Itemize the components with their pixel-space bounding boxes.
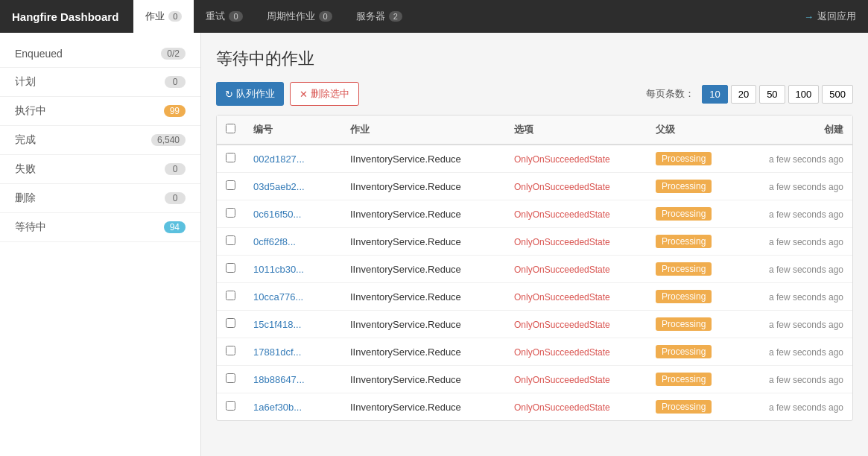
nav-label: 作业: [145, 10, 165, 23]
nav-item-重试[interactable]: 重试 0: [194, 0, 254, 33]
col-header-job: 作业: [341, 115, 505, 145]
nav-badge: 2: [389, 11, 402, 22]
sidebar-badge: 0: [165, 163, 186, 175]
processing-badge: Processing: [656, 152, 712, 165]
sidebar-badge: 99: [164, 105, 186, 117]
return-icon: →: [804, 11, 814, 22]
nav-label: 周期性作业: [267, 10, 315, 23]
sidebar-item-5[interactable]: 删除 0: [0, 184, 200, 213]
col-header-created: 创建: [729, 115, 852, 145]
per-page-btn-50[interactable]: 50: [759, 85, 785, 104]
nav-label: 服务器: [356, 10, 385, 23]
processing-badge: Processing: [656, 290, 712, 303]
processing-badge: Processing: [656, 400, 712, 414]
return-app-link[interactable]: → 返回应用: [804, 10, 856, 23]
job-id-link[interactable]: 03d5aeb2...: [253, 181, 305, 192]
job-name: IInventoryService.Reduce: [350, 264, 461, 275]
job-id-link[interactable]: 17881dcf...: [253, 346, 301, 358]
toolbar: ↻ 队列作业 ✕ 删除选中 每页条数： 102050100500: [216, 82, 853, 106]
job-id-link[interactable]: 18b88647...: [253, 374, 305, 385]
delete-selected-button[interactable]: ✕ 删除选中: [290, 82, 359, 106]
row-checkbox-6[interactable]: [226, 318, 235, 328]
row-checkbox-9[interactable]: [226, 401, 235, 411]
created-time: a few seconds ago: [769, 209, 843, 220]
job-name: IInventoryService.Reduce: [350, 153, 461, 165]
job-id-link[interactable]: 15c1f418...: [253, 319, 301, 330]
sidebar-item-1[interactable]: 计划 0: [0, 68, 200, 97]
close-icon: ✕: [300, 89, 308, 100]
row-checkbox-0[interactable]: [226, 153, 235, 162]
options-badge: OnlyOnSucceededState: [514, 209, 610, 220]
table-row: 15c1f418... IInventoryService.Reduce Onl…: [217, 311, 852, 338]
sidebar-label: Enqueued: [15, 48, 63, 60]
per-page-btn-100[interactable]: 100: [788, 85, 820, 104]
sidebar-badge: 6,540: [151, 134, 186, 146]
col-header-id: 编号: [244, 115, 341, 145]
refresh-icon: ↻: [225, 89, 233, 100]
sidebar-item-4[interactable]: 失败 0: [0, 155, 200, 184]
per-page-label: 每页条数：: [646, 87, 694, 101]
col-header-options: 选项: [505, 115, 647, 145]
jobs-table: 编号 作业 选项 父级 创建 002d1827... IInventorySer…: [217, 115, 852, 420]
options-badge: OnlyOnSucceededState: [514, 347, 610, 358]
jobs-table-wrapper: 编号 作业 选项 父级 创建 002d1827... IInventorySer…: [216, 115, 853, 421]
sidebar-item-0[interactable]: Enqueued 0/2: [0, 40, 200, 68]
job-name: IInventoryService.Reduce: [350, 402, 461, 413]
table-row: 1011cb30... IInventoryService.Reduce Onl…: [217, 256, 852, 283]
per-page-btn-10[interactable]: 10: [702, 85, 727, 104]
row-checkbox-5[interactable]: [226, 291, 235, 300]
row-checkbox-4[interactable]: [226, 263, 235, 273]
select-all-checkbox[interactable]: [226, 124, 235, 133]
table-row: 0cff62f8... IInventoryService.Reduce Onl…: [217, 228, 852, 256]
created-time: a few seconds ago: [769, 265, 843, 275]
sidebar-label: 完成: [15, 133, 36, 147]
job-name: IInventoryService.Reduce: [350, 209, 461, 220]
processing-badge: Processing: [656, 262, 712, 276]
row-checkbox-2[interactable]: [226, 208, 235, 218]
sidebar-item-2[interactable]: 执行中 99: [0, 97, 200, 126]
row-checkbox-1[interactable]: [226, 180, 235, 190]
job-id-link[interactable]: 1011cb30...: [253, 264, 304, 275]
options-badge: OnlyOnSucceededState: [514, 265, 610, 275]
job-id-link[interactable]: 1a6ef30b...: [253, 402, 302, 413]
sidebar-badge: 0: [165, 76, 186, 88]
nav-item-周期性作业[interactable]: 周期性作业 0: [255, 0, 344, 33]
nav-item-服务器[interactable]: 服务器 2: [344, 0, 414, 33]
nav-badge: 0: [168, 11, 182, 22]
processing-badge: Processing: [656, 345, 712, 358]
row-checkbox-7[interactable]: [226, 346, 235, 355]
page-title: 等待中的作业: [216, 48, 853, 70]
row-checkbox-3[interactable]: [226, 235, 235, 245]
sidebar-badge: 0/2: [161, 48, 186, 60]
options-badge: OnlyOnSucceededState: [514, 237, 610, 247]
per-page-btn-500[interactable]: 500: [822, 85, 853, 104]
sidebar-item-3[interactable]: 完成 6,540: [0, 126, 200, 155]
nav-label: 重试: [206, 10, 225, 23]
created-time: a few seconds ago: [769, 237, 843, 247]
created-time: a few seconds ago: [769, 375, 843, 385]
job-id-link[interactable]: 0c616f50...: [253, 209, 301, 220]
enqueue-button[interactable]: ↻ 队列作业: [216, 82, 284, 106]
table-row: 002d1827... IInventoryService.Reduce Onl…: [217, 145, 852, 173]
table-row: 17881dcf... IInventoryService.Reduce Onl…: [217, 338, 852, 366]
main-content: 等待中的作业 ↻ 队列作业 ✕ 删除选中 每页条数： 102050100500: [201, 33, 868, 456]
processing-badge: Processing: [656, 180, 712, 193]
nav-badge: 0: [319, 11, 332, 22]
sidebar: Enqueued 0/2计划 0执行中 99完成 6,540失败 0删除 0等待…: [0, 33, 201, 456]
sidebar-label: 删除: [15, 191, 36, 205]
job-id-link[interactable]: 0cff62f8...: [253, 236, 296, 247]
created-time: a few seconds ago: [769, 182, 843, 192]
sidebar-item-6[interactable]: 等待中 94: [0, 213, 200, 242]
per-page-btn-20[interactable]: 20: [731, 85, 756, 104]
sidebar-badge: 94: [164, 221, 186, 233]
job-id-link[interactable]: 002d1827...: [253, 153, 305, 165]
processing-badge: Processing: [656, 235, 712, 248]
created-time: a few seconds ago: [769, 292, 843, 303]
row-checkbox-8[interactable]: [226, 373, 235, 383]
created-time: a few seconds ago: [769, 154, 843, 165]
created-time: a few seconds ago: [769, 402, 843, 413]
options-badge: OnlyOnSucceededState: [514, 320, 610, 330]
main-nav: 作业 0重试 0周期性作业 0服务器 2: [133, 0, 804, 33]
nav-item-作业[interactable]: 作业 0: [133, 0, 194, 33]
job-id-link[interactable]: 10cca776...: [253, 291, 303, 303]
